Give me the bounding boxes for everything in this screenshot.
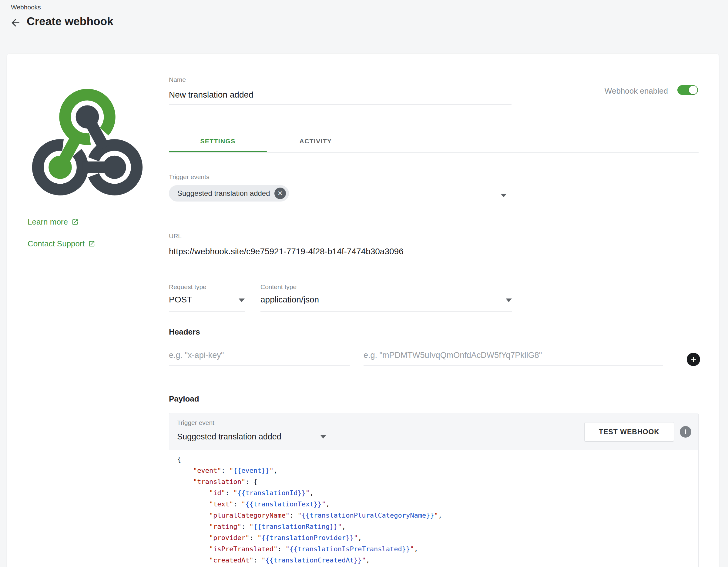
external-link-icon (88, 240, 95, 247)
chevron-down-icon[interactable] (501, 194, 507, 197)
url-input[interactable] (169, 242, 512, 261)
content-type-value: application/json (260, 293, 319, 306)
payload-title: Payload (169, 394, 199, 404)
url-label: URL (169, 233, 182, 240)
plus-icon: + (690, 354, 696, 364)
payload-code[interactable]: { "event": "{{event}}", "translation": {… (169, 450, 698, 567)
headers-title: Headers (169, 327, 200, 337)
trigger-event-value: Suggested translation added (177, 430, 281, 443)
webhook-card: Learn more Contact Support Name Webhook … (7, 54, 719, 567)
request-type-value: POST (169, 293, 192, 306)
test-webhook-button[interactable]: TEST WEBHOOK (584, 422, 674, 441)
learn-more-link[interactable]: Learn more (28, 217, 79, 227)
chevron-down-icon (239, 298, 245, 302)
tabs-divider (169, 152, 699, 153)
trigger-event-select[interactable]: Suggested translation added (177, 430, 326, 447)
header-key-input[interactable] (169, 345, 350, 366)
name-input[interactable] (169, 85, 512, 105)
breadcrumb: Webhooks (11, 4, 41, 11)
remove-chip-icon[interactable]: × (274, 188, 286, 199)
webhook-enabled-toggle[interactable] (677, 85, 698, 95)
page-title: Create webhook (27, 15, 113, 28)
header-value-input[interactable] (364, 345, 663, 366)
webhook-enabled-label: Webhook enabled (605, 86, 668, 96)
arrow-back-icon (10, 17, 21, 29)
name-label: Name (169, 76, 186, 83)
request-type-select[interactable]: POST (169, 293, 245, 311)
chip-label: Suggested translation added (177, 189, 270, 198)
content-type-label: Content type (260, 284, 297, 290)
chevron-down-icon (320, 435, 326, 438)
trigger-event-label: Trigger event (177, 419, 214, 426)
content-type-select[interactable]: application/json (260, 293, 512, 311)
trigger-events-label: Trigger events (169, 173, 209, 181)
tab-activity[interactable]: ACTIVITY (267, 130, 364, 152)
trigger-events-underline (169, 207, 512, 207)
contact-support-label: Contact Support (28, 239, 85, 249)
trigger-event-chip[interactable]: Suggested translation added × (169, 185, 289, 202)
learn-more-label: Learn more (28, 217, 68, 227)
payload-panel: Trigger event Suggested translation adde… (169, 413, 699, 567)
payload-panel-header: Trigger event Suggested translation adde… (169, 413, 698, 450)
info-icon[interactable]: i (680, 426, 691, 438)
request-type-label: Request type (169, 284, 206, 290)
tab-settings[interactable]: SETTINGS (169, 130, 267, 152)
add-header-button[interactable]: + (687, 353, 700, 366)
contact-support-link[interactable]: Contact Support (28, 239, 95, 249)
external-link-icon (72, 219, 79, 226)
back-button[interactable] (8, 16, 22, 30)
toggle-knob (689, 86, 697, 94)
webhook-logo (28, 79, 146, 201)
chevron-down-icon (506, 298, 512, 302)
